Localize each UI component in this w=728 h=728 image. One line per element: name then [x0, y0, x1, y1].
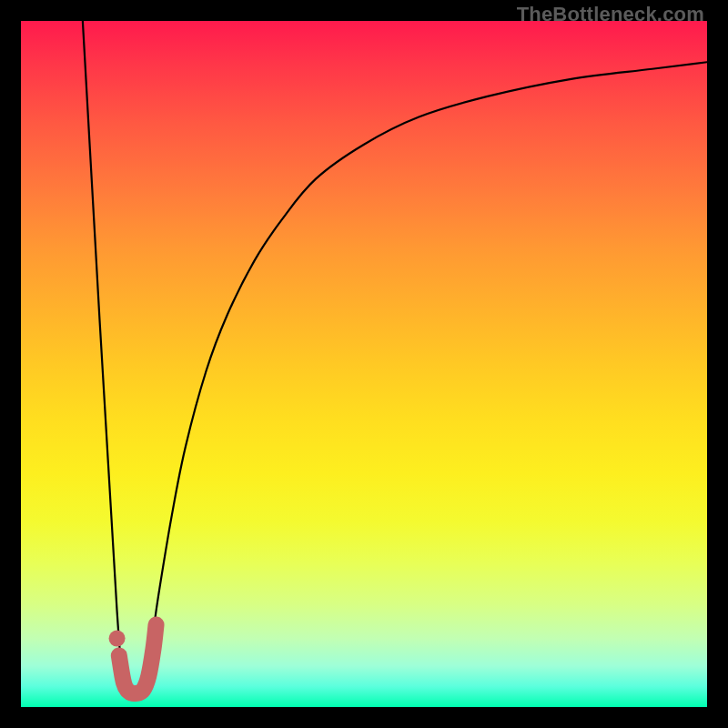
bottleneck-curve [83, 21, 707, 688]
svg-point-0 [109, 631, 126, 647]
plot-area [21, 21, 707, 707]
highlight-dot [109, 631, 126, 647]
watermark-text: TheBottleneck.com [517, 3, 704, 26]
highlight-region [119, 625, 157, 694]
chart-svg [21, 21, 707, 707]
chart-frame: TheBottleneck.com [0, 0, 728, 728]
